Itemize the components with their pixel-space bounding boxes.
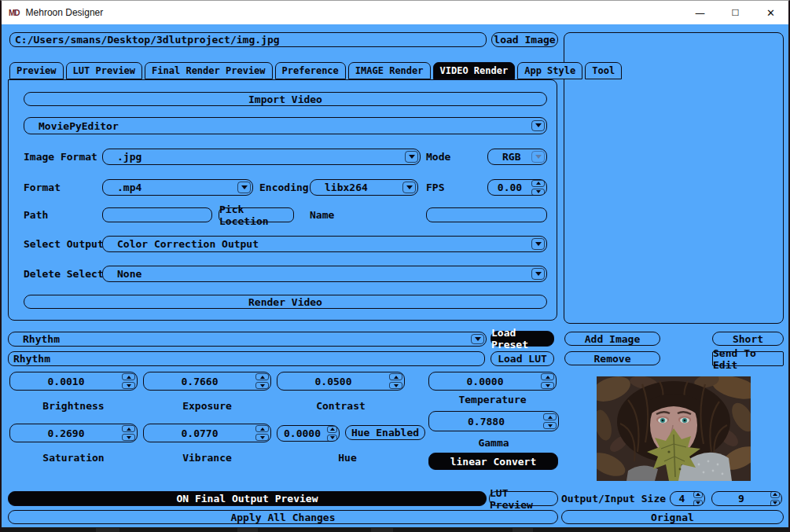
chevron-down-icon[interactable] bbox=[531, 268, 545, 279]
spin-down-icon[interactable] bbox=[543, 422, 557, 429]
encoding-label: Encoding bbox=[259, 179, 309, 196]
tab-app-style[interactable]: App Style bbox=[517, 62, 582, 79]
spin-down-icon[interactable] bbox=[531, 189, 545, 196]
load-image-button[interactable]: load Image bbox=[491, 32, 558, 47]
final-output-preview-toggle[interactable]: ON Final Output Preview bbox=[8, 491, 487, 506]
load-lut-button[interactable]: Load LUT bbox=[491, 351, 554, 366]
spin-up-icon[interactable] bbox=[770, 491, 780, 498]
render-video-button[interactable]: Render Video bbox=[24, 295, 547, 309]
send-to-edit-button[interactable]: Send To Edit bbox=[712, 351, 784, 366]
gamma-spinner[interactable]: 0.7880 bbox=[428, 411, 559, 431]
tab-lut-preview[interactable]: LUT Preview bbox=[66, 62, 142, 79]
input-size-spinner[interactable]: 9 bbox=[711, 491, 782, 506]
window-controls: — ☐ ✕ bbox=[682, 1, 788, 24]
editor-combobox-value: MoviePyEditor bbox=[39, 120, 531, 132]
delete-select-combobox[interactable]: None bbox=[102, 266, 547, 282]
image-path-input[interactable]: C:/Users/smans/Desktop/3dlutproject/img.… bbox=[9, 32, 487, 47]
spin-down-icon[interactable] bbox=[327, 435, 337, 442]
tab-tool[interactable]: Tool bbox=[585, 62, 622, 79]
spin-down-icon[interactable] bbox=[255, 434, 269, 441]
fps-spinner[interactable]: 0.00 bbox=[487, 179, 547, 196]
select-output-label: Select Output bbox=[24, 236, 104, 252]
path-label: Path bbox=[24, 207, 48, 222]
chevron-down-icon[interactable] bbox=[531, 238, 545, 249]
import-video-button[interactable]: Import Video bbox=[24, 92, 547, 106]
spin-up-icon[interactable] bbox=[693, 491, 703, 498]
delete-select-label: Delete Select bbox=[24, 266, 104, 282]
mode-label: Mode bbox=[426, 149, 450, 165]
preset-combobox-value: Rhythm bbox=[23, 333, 471, 345]
minimize-icon[interactable]: — bbox=[682, 1, 718, 24]
add-image-button[interactable]: Add Image bbox=[564, 332, 660, 346]
temperature-spinner[interactable]: 0.0000 bbox=[428, 372, 557, 391]
path-input[interactable] bbox=[102, 207, 212, 222]
lut-preview-button[interactable]: LUT Preview bbox=[489, 491, 558, 506]
brightness-spinner[interactable]: 0.0010 bbox=[9, 372, 138, 391]
tab-preference[interactable]: Preference bbox=[275, 62, 346, 79]
output-input-size-label: Output/Input Size bbox=[561, 491, 666, 506]
tab-final-render-preview[interactable]: Final Render Preview bbox=[145, 62, 273, 79]
chevron-down-icon[interactable] bbox=[405, 151, 418, 162]
chevron-down-icon bbox=[531, 151, 545, 162]
spin-down-icon[interactable] bbox=[693, 500, 703, 507]
load-preset-button[interactable]: Load Preset bbox=[491, 331, 554, 347]
title-bar: MD Mehroon Designer — ☐ ✕ bbox=[2, 1, 788, 24]
image-format-combobox[interactable]: .jpg bbox=[102, 149, 421, 165]
exposure-spinner[interactable]: 0.7660 bbox=[143, 372, 271, 391]
hue-enabled-button[interactable]: Hue Enabled bbox=[345, 425, 425, 440]
chevron-down-icon[interactable] bbox=[471, 334, 484, 344]
pick-location-button[interactable]: Pick Locetion bbox=[219, 207, 294, 222]
short-button[interactable]: Short bbox=[712, 332, 784, 346]
tab-video-render[interactable]: VIDEO Render bbox=[433, 62, 516, 79]
vibrance-spinner[interactable]: 0.0770 bbox=[143, 424, 271, 442]
spin-up-icon[interactable] bbox=[543, 413, 557, 420]
spin-up-icon[interactable] bbox=[122, 425, 135, 432]
close-icon[interactable]: ✕ bbox=[753, 1, 788, 24]
chevron-down-icon[interactable] bbox=[531, 120, 545, 132]
spin-down-icon[interactable] bbox=[541, 382, 554, 389]
spin-down-icon[interactable] bbox=[122, 382, 135, 389]
preset-combobox[interactable]: Rhythm bbox=[8, 332, 487, 347]
linear-convert-button[interactable]: linear Convert bbox=[428, 453, 558, 470]
chevron-down-icon[interactable] bbox=[402, 182, 416, 193]
editor-combobox[interactable]: MoviePyEditor bbox=[24, 117, 547, 134]
spin-down-icon[interactable] bbox=[255, 382, 269, 389]
preview-image[interactable] bbox=[597, 376, 751, 481]
output-size-value: 4 bbox=[671, 493, 693, 504]
spin-up-icon[interactable] bbox=[122, 373, 135, 380]
format-combobox[interactable]: .mp4 bbox=[102, 179, 253, 196]
original-button[interactable]: Orignal bbox=[561, 510, 784, 524]
tab-preview[interactable]: Preview bbox=[9, 62, 64, 79]
chevron-down-icon[interactable] bbox=[237, 182, 251, 193]
encoding-combobox[interactable]: libx264 bbox=[310, 179, 418, 196]
spin-up-icon[interactable] bbox=[255, 425, 269, 432]
spin-down-icon[interactable] bbox=[770, 500, 780, 507]
tab-image-render[interactable]: IMAGE Render bbox=[348, 62, 431, 79]
apply-all-changes-button[interactable]: Apply All Changes bbox=[8, 510, 558, 524]
mode-combobox[interactable]: RGB bbox=[487, 149, 547, 165]
spin-up-icon[interactable] bbox=[531, 180, 545, 187]
maximize-icon[interactable]: ☐ bbox=[718, 1, 753, 24]
spin-up-icon[interactable] bbox=[389, 373, 402, 380]
contrast-spinner[interactable]: 0.0500 bbox=[277, 372, 405, 391]
spin-down-icon[interactable] bbox=[122, 434, 135, 441]
exposure-value: 0.7660 bbox=[144, 376, 255, 387]
brightness-value: 0.0010 bbox=[10, 376, 122, 387]
video-render-pane bbox=[8, 79, 557, 321]
contrast-label: Contrast bbox=[277, 400, 405, 412]
saturation-spinner[interactable]: 0.2690 bbox=[9, 424, 138, 442]
select-output-combobox[interactable]: Color Correction Output bbox=[102, 236, 547, 252]
app-logo-icon: MD bbox=[9, 9, 20, 17]
spin-up-icon[interactable] bbox=[327, 426, 337, 433]
remove-button[interactable]: Remove bbox=[564, 351, 660, 365]
output-size-spinner[interactable]: 4 bbox=[670, 491, 705, 506]
lut-name-input[interactable]: Rhythm bbox=[8, 351, 485, 366]
temperature-label: Temperature bbox=[428, 394, 557, 405]
spin-up-icon[interactable] bbox=[255, 373, 269, 380]
spin-up-icon[interactable] bbox=[541, 373, 554, 380]
hue-spinner[interactable]: 0.0000 bbox=[277, 425, 340, 442]
name-input[interactable] bbox=[426, 207, 547, 222]
spin-down-icon[interactable] bbox=[389, 382, 402, 389]
taskbar-strip bbox=[2, 527, 788, 532]
encoding-value: libx264 bbox=[325, 182, 402, 193]
